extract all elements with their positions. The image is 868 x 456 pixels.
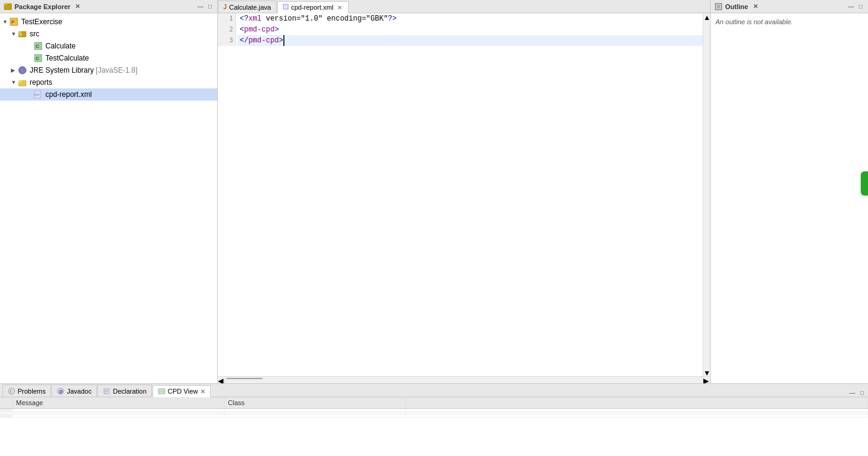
tab-declaration[interactable]: Declaration: [97, 385, 152, 397]
code-lines[interactable]: <?xml version="1.0" encoding="GBK"?> <pm…: [237, 13, 703, 46]
cursor: [283, 35, 284, 46]
tree-label-cpd-report: cpd-report.xml: [45, 90, 92, 99]
cpd-table: Message Class: [0, 397, 868, 418]
code-line-1: <?xml version="1.0" encoding="GBK"?>: [237, 13, 703, 24]
col-selector: [0, 397, 12, 409]
editor-tab-bar: J Calculate.java cpd-report.xml ✕: [218, 0, 710, 13]
javadoc-icon: @: [57, 388, 64, 395]
row-selector-3: [0, 415, 12, 418]
svg-text:P: P: [12, 20, 15, 24]
scroll-left-arrow[interactable]: ◀: [218, 377, 225, 383]
outline-header: Outline ✕ — □: [711, 0, 868, 13]
toggle-src[interactable]: ▼: [11, 31, 18, 37]
tab-close-cpd-report[interactable]: ✕: [336, 4, 343, 11]
package-explorer-panel: Package Explorer ✕ — □ ▼ P: [0, 0, 218, 383]
cell-message-3: [12, 415, 224, 418]
class-calculate-icon: C: [34, 42, 42, 50]
svg-rect-16: [283, 4, 288, 9]
scroll-up-arrow[interactable]: ▲: [703, 13, 710, 21]
outline-icon: [714, 2, 723, 11]
minimize-btn[interactable]: —: [196, 2, 205, 10]
tree-label-reports: reports: [30, 78, 52, 87]
svg-rect-13: [19, 81, 22, 82]
tree-item-testexercise[interactable]: ▼ P TestExercise: [0, 16, 217, 28]
tree-label-calculate: Calculate: [45, 42, 76, 50]
code-line-2: <pmd-cpd>: [237, 24, 703, 35]
bottom-panel: ! Problems @ Javadoc Declaration: [0, 383, 868, 456]
outline-content: An outline is not available.: [711, 13, 868, 383]
tab-problems[interactable]: ! Problems: [2, 385, 51, 397]
cpd-view-icon: [158, 388, 165, 395]
package-explorer-label: Package Explorer: [15, 3, 70, 10]
library-icon: [18, 66, 27, 74]
h-scrollbar-thumb[interactable]: [226, 378, 263, 379]
tree-item-calculate[interactable]: C Calculate: [0, 40, 217, 52]
svg-text:xml: xml: [35, 93, 39, 96]
tab-javadoc[interactable]: @ Javadoc: [51, 385, 97, 397]
package-explorer-close-icon[interactable]: ✕: [75, 3, 80, 10]
tree-item-cpd-report[interactable]: xml cpd-report.xml: [0, 88, 217, 101]
tab-label-problems: Problems: [18, 388, 45, 395]
declaration-icon: [103, 388, 110, 395]
scroll-down-arrow[interactable]: ▼: [703, 369, 710, 376]
svg-text:C: C: [36, 44, 39, 49]
svg-point-21: [8, 388, 15, 394]
line-num-3: 3: [218, 35, 235, 46]
cell-extra-3: [406, 415, 868, 418]
package-explorer-icon: [4, 2, 12, 11]
tab-label-cpd-report: cpd-report.xml: [291, 4, 334, 11]
svg-rect-28: [159, 389, 165, 394]
col-message-header: Message: [12, 397, 224, 409]
editor-wrapper: 1 2 3 <?xml version="1.0" encoding="GBK"…: [218, 13, 710, 376]
xml-file-icon: xml: [34, 90, 41, 99]
toggle-reports[interactable]: ▼: [11, 79, 18, 85]
outline-label: Outline: [725, 3, 748, 10]
outline-panel: Outline ✕ — □ An outline is not availabl…: [711, 0, 868, 383]
code-line-3: </pmd-cpd>: [237, 35, 703, 46]
outline-message: An outline is not available.: [715, 18, 793, 25]
outline-close-icon[interactable]: ✕: [753, 3, 758, 10]
cell-class-3: [224, 415, 406, 418]
reports-folder-icon: [18, 78, 27, 87]
toggle-testexercise[interactable]: ▼: [2, 19, 10, 25]
xml-icon: [283, 4, 289, 10]
tab-label-declaration: Declaration: [113, 388, 146, 395]
green-side-tab[interactable]: [861, 171, 868, 196]
vertical-scrollbar[interactable]: ▲ ▼: [703, 13, 710, 376]
tab-cpd-view[interactable]: CPD View ✕: [153, 385, 211, 397]
java-tab-icon: J: [223, 4, 227, 10]
tree-label-testcalculate: TestCalculate: [45, 54, 89, 62]
tab-label-javadoc: Javadoc: [67, 388, 91, 395]
line-num-2: 2: [218, 24, 235, 35]
svg-text:S: S: [19, 33, 22, 36]
maximize-btn[interactable]: □: [206, 2, 214, 10]
toggle-jre[interactable]: ▶: [11, 67, 18, 73]
line-numbers: 1 2 3: [218, 13, 236, 46]
svg-rect-25: [104, 389, 109, 394]
project-icon: P: [10, 18, 18, 26]
bottom-minimize-btn[interactable]: —: [847, 389, 857, 397]
editor-content[interactable]: 1 2 3 <?xml version="1.0" encoding="GBK"…: [218, 13, 703, 376]
outline-maximize-btn[interactable]: □: [857, 2, 864, 10]
tab-label-cpd-view: CPD View: [168, 388, 198, 395]
bottom-tab-bar: ! Problems @ Javadoc Declaration: [0, 384, 868, 397]
tab-close-cpd-view[interactable]: ✕: [200, 388, 205, 395]
horizontal-scrollbar[interactable]: ◀ ▶: [218, 376, 710, 383]
tree-label-jre: JRE System Library [JavaSE-1.8]: [30, 66, 137, 74]
tab-calculate-java[interactable]: J Calculate.java: [218, 1, 277, 13]
tree-item-src[interactable]: ▼ S src: [0, 28, 217, 40]
line-num-1: 1: [218, 13, 235, 24]
class-testcalculate-icon: C: [34, 54, 42, 62]
problems-icon: !: [8, 388, 15, 395]
scroll-right-arrow[interactable]: ▶: [703, 377, 710, 383]
bottom-maximize-btn[interactable]: □: [858, 389, 866, 397]
tree-item-reports[interactable]: ▼ reports: [0, 76, 217, 88]
tree-item-jre[interactable]: ▶ JRE System Library [JavaSE-1.8]: [0, 64, 217, 76]
outline-title: Outline ✕: [714, 2, 758, 11]
table-row[interactable]: [0, 415, 868, 418]
src-folder-icon: S: [18, 30, 27, 38]
editor-panel: J Calculate.java cpd-report.xml ✕: [218, 0, 711, 383]
tree-item-testcalculate[interactable]: C TestCalculate: [0, 52, 217, 64]
outline-minimize-btn[interactable]: —: [846, 2, 856, 10]
tab-cpd-report-xml[interactable]: cpd-report.xml ✕: [277, 1, 349, 13]
